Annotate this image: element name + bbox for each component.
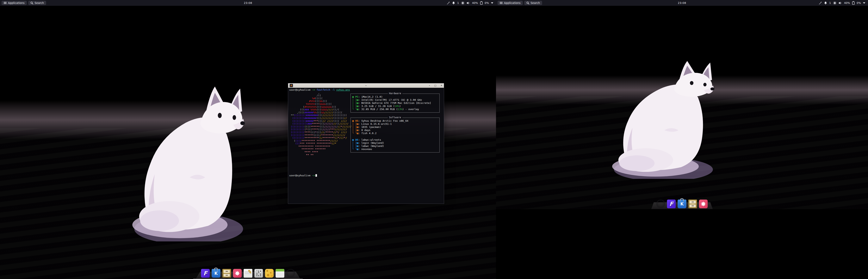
- dock-item-audio-mixer[interactable]: [254, 269, 263, 278]
- arctic-fox-image: [131, 71, 248, 241]
- f-browser-icon: F: [201, 269, 210, 278]
- f-browser-icon: F: [667, 199, 676, 208]
- discover-store-icon: K: [678, 199, 686, 208]
- maximize-button[interactable]: □: [434, 84, 436, 87]
- fastfetch-box-hardware: Hardware▦ PC: iMac14,2 (1.0)│ ├▦: Intel(…: [350, 94, 440, 113]
- fastfetch-row: ▦ DE: labwc:wlroots: [352, 138, 438, 142]
- battery-level: 0%: [485, 1, 489, 4]
- search-label: Search: [35, 1, 44, 4]
- applications-button[interactable]: Applications: [498, 1, 523, 5]
- chevron-down-icon[interactable]: [491, 2, 493, 4]
- terminal-cursor: [315, 174, 317, 177]
- volume-speaker-icon[interactable]: [839, 1, 842, 5]
- battery-icon[interactable]: [480, 1, 483, 5]
- dock-item-discover-store[interactable]: K: [212, 269, 220, 278]
- battery-level: 0%: [857, 1, 861, 4]
- terminal-app-icon: Λ: [290, 84, 293, 87]
- notification-count: 1: [829, 1, 831, 4]
- fastfetch-info-column: Hardware▦ PC: iMac14,2 (1.0)│ ├▦: Intel(…: [350, 94, 440, 153]
- haruna-player-icon: ✸: [699, 199, 708, 208]
- search-button[interactable]: Search: [28, 1, 46, 5]
- monitor-right: Applications Search 23:08 1 40% 0%: [496, 0, 868, 209]
- dock-item-empty-slot[interactable]: [656, 199, 665, 208]
- fastfetch-row: │ ├▦: login (Wayland): [352, 142, 438, 145]
- menu-bar-right: Applications Search 23:08 1 40% 0%: [496, 0, 868, 6]
- system-tray: 1 40% 0%: [818, 1, 868, 5]
- terminal-content[interactable]: user@syhuulive ~> fastfetch -l syhuu.ans…: [288, 88, 444, 204]
- dock-item-f-browser[interactable]: F: [667, 199, 676, 208]
- text-editor-icon: ✎: [244, 269, 252, 278]
- fastfetch-row: ╰ ╰▦: nouveau: [352, 148, 438, 151]
- monitor-left: Applications Search 23:08 1 40% 0%: [0, 0, 496, 279]
- fastfetch-row: │ ├▦: NVIDIA GeForce GTX 775M Mac Editio…: [352, 101, 438, 104]
- notifications-bell-icon[interactable]: [452, 1, 455, 5]
- hamburger-icon: [4, 2, 7, 4]
- system-tray: 1 40% 0%: [446, 1, 496, 5]
- battery-icon[interactable]: [852, 1, 855, 5]
- stylus-icon[interactable]: [818, 1, 822, 5]
- close-button[interactable]: ✕: [441, 84, 442, 87]
- fastfetch-row: ╰ ╰▦: fish 4.0.2: [352, 132, 438, 135]
- chevron-down-icon[interactable]: [863, 2, 865, 4]
- search-label: Search: [531, 1, 540, 4]
- file-manager-icon: [222, 269, 231, 278]
- section-title: Hardware: [388, 92, 402, 95]
- applications-label: Applications: [8, 1, 25, 4]
- section-title: Software: [388, 116, 402, 119]
- fastfetch-row: │ ├▦: Linux 6.15.6-arch1-1: [352, 122, 438, 126]
- clock[interactable]: 23:08: [678, 1, 686, 4]
- fastfetch-row: ╰ ╰▦: 32.85 MiB / 256.00 MiB (13%) - ove…: [352, 108, 438, 111]
- clock[interactable]: 23:08: [244, 1, 252, 4]
- empty-slot-icon: [656, 199, 665, 208]
- brightness-sun-icon[interactable]: [833, 1, 836, 5]
- search-button[interactable]: Search: [524, 1, 542, 5]
- fastfetch-row: ▦ OS: Syhuu Desktop Arctic Fox x86_64: [352, 119, 438, 122]
- volume-level: 40%: [472, 1, 478, 4]
- desktop: Applications Search 23:08 1 40% 0%: [0, 0, 868, 279]
- terminal-window[interactable]: Λ ~ – □ ✕ user@syhuulive ~> fastfetch -l…: [288, 83, 444, 204]
- applications-label: Applications: [504, 1, 521, 4]
- notification-count: 1: [457, 1, 459, 4]
- dock-item-cheese-webcam[interactable]: [265, 269, 274, 278]
- calendar-icon: [276, 269, 284, 278]
- notifications-bell-icon[interactable]: [824, 1, 827, 5]
- dock-item-file-manager[interactable]: [688, 199, 697, 208]
- menu-bar-left: Applications Search 23:08 1 40% 0%: [0, 0, 496, 6]
- terminal-titlebar[interactable]: Λ ~ – □ ✕: [288, 83, 444, 88]
- minimize-button[interactable]: –: [429, 84, 430, 87]
- arctic-fox-wallpaper: [496, 0, 868, 209]
- fastfetch-row: │ ├▦: 3.25 GiB / 31.28 GiB (10%): [352, 104, 438, 108]
- volume-speaker-icon[interactable]: [467, 1, 470, 5]
- window-title: ~: [365, 84, 367, 87]
- inactive-screen-area: [496, 209, 868, 279]
- search-icon: [526, 2, 529, 4]
- dock-item-calendar[interactable]: [276, 269, 284, 278]
- dock-item-text-editor[interactable]: ✎: [244, 269, 252, 278]
- haruna-player-icon: ✸: [233, 269, 242, 278]
- hamburger-icon: [500, 2, 503, 4]
- cheese-webcam-icon: [265, 269, 274, 278]
- fastfetch-row: ▦ PC: iMac14,2 (1.0): [352, 95, 438, 98]
- brightness-sun-icon[interactable]: [461, 1, 464, 5]
- prompt-line: user@syhuulive ~> fastfetch -l syhuu.ans: [289, 89, 443, 91]
- fastfetch-box-software: Software▦ OS: Syhuu Desktop Arctic Fox x…: [350, 118, 440, 153]
- audio-mixer-icon: [254, 269, 263, 278]
- volume-level: 40%: [844, 1, 850, 4]
- dock-item-haruna-player[interactable]: ✸: [699, 199, 708, 208]
- search-icon: [30, 2, 33, 4]
- dock-item-discover-store[interactable]: K: [678, 199, 686, 208]
- dock-item-haruna-player[interactable]: ✸: [233, 269, 242, 278]
- dock-item-file-manager[interactable]: [222, 269, 231, 278]
- dock-item-empty-slot[interactable]: [286, 269, 295, 278]
- dock-left: FK✸✎: [201, 269, 295, 278]
- dock-right: FK✸: [656, 199, 708, 208]
- fastfetch-row: │ ├▦: labwc (Wayland): [352, 145, 438, 148]
- prompt-line-bottom: user@syhuulive ~>: [289, 174, 317, 177]
- dock-item-f-browser[interactable]: F: [201, 269, 210, 278]
- fastfetch-row: │ ├▦: 0 days: [352, 129, 438, 132]
- arctic-fox-image: [611, 49, 717, 179]
- fastfetch-row: │ ├▦: Intel(R) Core(TM) i7-4771 (8) @ 3.…: [352, 98, 438, 101]
- discover-store-icon: K: [212, 269, 220, 278]
- applications-button[interactable]: Applications: [2, 1, 27, 5]
- stylus-icon[interactable]: [446, 1, 450, 5]
